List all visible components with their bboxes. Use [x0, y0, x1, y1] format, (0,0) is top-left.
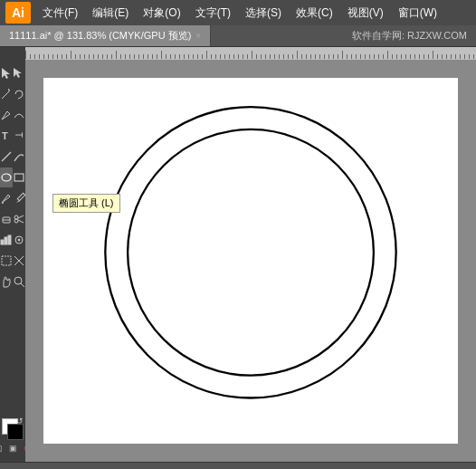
svg-rect-20 — [5, 237, 7, 244]
rectangle-tool[interactable] — [13, 168, 25, 187]
menu-window[interactable]: 窗口(W) — [395, 4, 440, 23]
tool-row-chart — [0, 230, 25, 250]
scissors-tool[interactable] — [13, 209, 25, 229]
svg-point-27 — [14, 277, 22, 284]
website-label: 软件自学网: RJZXW.COM — [343, 25, 476, 46]
paintbrush-tool[interactable] — [0, 188, 13, 208]
tab-bar: 11111.ai* @ 131.83% (CMYK/GPU 预览) × 软件自学… — [0, 25, 476, 47]
select-tool[interactable] — [0, 63, 13, 83]
canvas-area: 椭圆工具 (L) — [25, 60, 476, 462]
svg-line-2 — [2, 91, 9, 99]
toolbar: T T — [0, 60, 25, 462]
svg-rect-21 — [8, 235, 11, 244]
tool-row-shape — [0, 168, 25, 187]
hand-tool[interactable] — [0, 272, 13, 292]
tool-row-pen — [0, 105, 25, 125]
artboard — [43, 78, 458, 444]
svg-point-30 — [128, 129, 374, 376]
svg-rect-11 — [17, 193, 24, 200]
ellipse-tool[interactable] — [0, 168, 13, 187]
tab-close-button[interactable]: × — [195, 31, 201, 41]
symbol-tool[interactable] — [13, 230, 25, 250]
stroke-color-box[interactable] — [7, 424, 24, 440]
pen-tool[interactable] — [0, 105, 13, 125]
svg-line-18 — [18, 220, 24, 223]
svg-marker-1 — [14, 68, 22, 78]
menu-text[interactable]: 文字(T) — [193, 4, 233, 23]
magic-wand-tool[interactable] — [0, 84, 13, 104]
slice-tool[interactable] — [13, 251, 25, 271]
svg-point-29 — [105, 107, 395, 397]
ruler-corner — [0, 47, 25, 60]
tool-row-magic — [0, 84, 25, 104]
menu-view[interactable]: 视图(V) — [345, 4, 386, 23]
curvature-tool[interactable] — [13, 105, 25, 125]
tool-row-select — [0, 63, 25, 83]
svg-point-23 — [18, 239, 20, 241]
svg-text:T: T — [2, 130, 8, 141]
gradient-button[interactable]: ▣ — [6, 442, 19, 455]
tool-row-artboard — [0, 251, 25, 271]
svg-point-9 — [2, 174, 11, 181]
svg-line-4 — [8, 89, 10, 91]
color-area: ↺ □ ▣ ⊘ — [0, 415, 25, 458]
graph-tool[interactable] — [0, 230, 13, 250]
lasso-tool[interactable] — [13, 84, 25, 104]
circles-svg — [43, 78, 458, 444]
tab-label: 11111.ai* @ 131.83% (CMYK/GPU 预览) — [9, 29, 191, 43]
type-tool[interactable]: T — [0, 126, 13, 146]
active-tab[interactable]: 11111.ai* @ 131.83% (CMYK/GPU 预览) × — [0, 25, 211, 46]
tool-row-type: T T — [0, 126, 25, 146]
artboard-tool[interactable] — [0, 251, 13, 271]
tool-row-navigate — [0, 272, 25, 292]
app-logo: Ai — [5, 2, 31, 24]
tool-row-eraser — [0, 209, 25, 229]
main-area: T T — [0, 60, 476, 462]
menu-effect[interactable]: 效果(C) — [293, 4, 336, 23]
arc-tool[interactable] — [13, 147, 25, 167]
svg-point-16 — [14, 219, 18, 223]
bottom-bar — [0, 462, 476, 469]
svg-point-15 — [14, 215, 18, 219]
line-tool[interactable] — [0, 147, 13, 167]
eraser-tool[interactable] — [0, 209, 13, 229]
tool-row-line — [0, 147, 25, 167]
direct-select-tool[interactable] — [13, 63, 25, 83]
menu-bar[interactable]: 文件(F) 编辑(E) 对象(O) 文字(T) 选择(S) 效果(C) 视图(V… — [40, 4, 440, 23]
none-color-button[interactable]: □ — [0, 442, 5, 455]
svg-rect-10 — [14, 174, 24, 181]
svg-line-5 — [7, 111, 10, 114]
svg-text:T: T — [14, 132, 24, 138]
reset-colors-icon[interactable]: ↺ — [16, 416, 25, 426]
horizontal-ruler — [25, 47, 476, 60]
vertical-type-tool[interactable]: T — [13, 126, 25, 146]
menu-edit[interactable]: 编辑(E) — [90, 4, 131, 23]
svg-marker-0 — [2, 68, 10, 79]
pencil-tool[interactable] — [13, 188, 25, 208]
svg-line-8 — [2, 152, 11, 161]
menu-file[interactable]: 文件(F) — [40, 4, 81, 23]
svg-line-17 — [18, 215, 24, 218]
menu-object[interactable]: 对象(O) — [140, 4, 183, 23]
title-bar: Ai 文件(F) 编辑(E) 对象(O) 文字(T) 选择(S) 效果(C) 视… — [0, 0, 476, 25]
ruler-area — [0, 47, 476, 60]
tool-row-brush — [0, 188, 25, 208]
zoom-tool[interactable] — [13, 272, 25, 292]
fill-stroke-selector[interactable]: ↺ — [2, 418, 24, 440]
svg-line-28 — [21, 283, 24, 287]
menu-select[interactable]: 选择(S) — [243, 4, 284, 23]
svg-rect-19 — [1, 240, 4, 244]
svg-rect-24 — [2, 256, 11, 265]
